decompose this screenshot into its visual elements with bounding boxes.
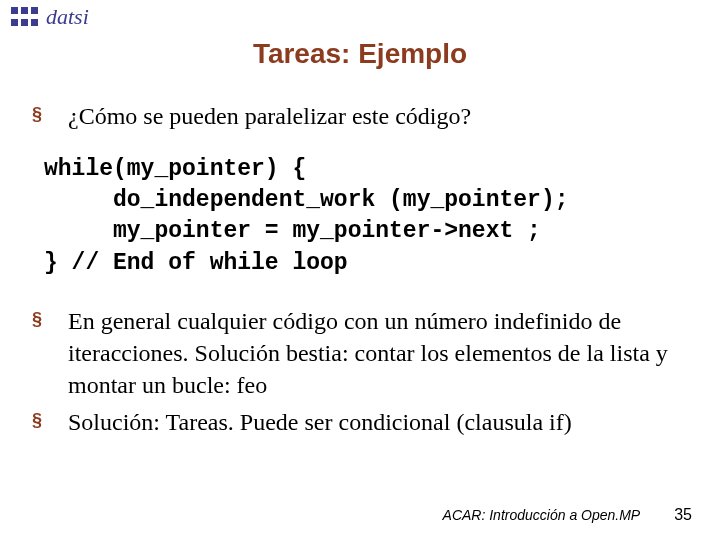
bullet-icon: § (32, 308, 50, 331)
logo-text: datsi (46, 6, 89, 28)
footer-text: ACAR: Introducción a Open.MP (443, 507, 641, 523)
footer: ACAR: Introducción a Open.MP 35 (443, 506, 692, 524)
bullet-item: § ¿Cómo se pueden paralelizar este códig… (32, 100, 688, 132)
bullet-icon: § (32, 409, 50, 432)
bullet-icon: § (32, 103, 50, 126)
bullet-text: Solución: Tareas. Puede ser condicional … (68, 406, 688, 438)
bullet-text: ¿Cómo se pueden paralelizar este código? (68, 100, 688, 132)
logo-icon (10, 6, 42, 28)
page-number: 35 (674, 506, 692, 524)
bullet-item: § En general cualquier código con un núm… (32, 305, 688, 402)
slide: datsi Tareas: Ejemplo § ¿Cómo se pueden … (0, 0, 720, 540)
slide-title: Tareas: Ejemplo (28, 38, 692, 70)
logo: datsi (10, 6, 89, 28)
bullet-item: § Solución: Tareas. Puede ser condiciona… (32, 406, 688, 438)
bullet-text: En general cualquier código con un númer… (68, 305, 688, 402)
slide-content: § ¿Cómo se pueden paralelizar este códig… (28, 100, 692, 438)
code-block: while(my_pointer) { do_independent_work … (44, 154, 688, 278)
